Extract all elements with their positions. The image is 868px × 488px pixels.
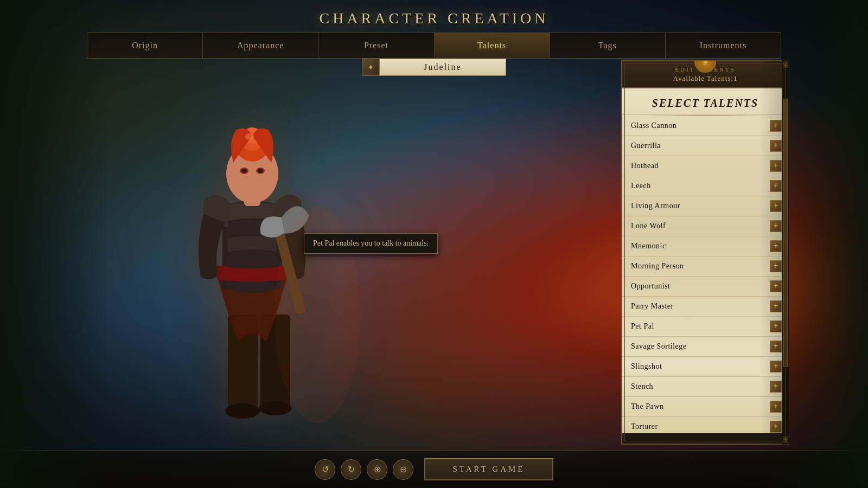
talent-name-savage-sortilege: Savage Sortilege [631, 342, 686, 351]
svg-point-15 [245, 133, 254, 140]
talent-name-stench: Stench [631, 382, 653, 391]
navigation-tabs: OriginAppearancePresetTalentsTagsInstrum… [87, 33, 781, 59]
character-name-input[interactable] [379, 59, 506, 76]
talent-name-parry-master: Parry Master [631, 302, 674, 311]
camera-zoom-in-button[interactable]: ⊕ [367, 459, 387, 480]
tab-preset[interactable]: Preset [318, 33, 434, 58]
start-game-button[interactable]: START GAME [424, 458, 553, 480]
tab-appearance[interactable]: Appearance [203, 33, 318, 58]
talent-name-leech: Leech [631, 182, 651, 190]
talent-name-living-armour: Living Armour [631, 202, 680, 210]
talent-name-mnemonic: Mnemonic [631, 242, 666, 251]
svg-point-11 [258, 169, 263, 173]
name-section: ♦ [362, 59, 506, 76]
talent-name-guerrilla: Guerrilla [631, 142, 661, 150]
svg-point-10 [241, 169, 247, 173]
tab-instruments[interactable]: Instruments [666, 33, 781, 58]
talent-name-lone-wolf: Lone Wolf [631, 222, 666, 230]
talent-name-torturer: Torturer [631, 422, 658, 431]
talent-name-the-pawn: The Pawn [631, 402, 663, 411]
svg-point-16 [274, 206, 361, 423]
character-viewport [54, 65, 461, 434]
camera-rotate-left-button[interactable]: ↺ [315, 459, 335, 480]
character-svg [144, 98, 361, 423]
tab-tags[interactable]: Tags [550, 33, 666, 58]
talent-name-pet-pal: Pet Pal [631, 322, 654, 331]
name-icon: ♦ [362, 59, 379, 76]
talent-name-hothead: Hothead [631, 162, 659, 170]
bottom-bar: ↺↻⊕⊖ START GAME [0, 450, 868, 488]
talent-name-morning-person: Morning Person [631, 262, 684, 271]
svg-point-3 [225, 403, 260, 419]
talent-name-opportunist: Opportunist [631, 282, 670, 291]
svg-point-4 [259, 401, 291, 415]
character-figure [144, 98, 372, 434]
talent-name-glass-cannon: Glass Cannon [631, 121, 676, 130]
forest-right-deco [760, 0, 868, 488]
camera-zoom-out-button[interactable]: ⊖ [393, 459, 413, 480]
camera-rotate-right-button[interactable]: ↻ [341, 459, 361, 480]
talent-name-slingshot: Slingshot [631, 362, 662, 371]
tab-origin[interactable]: Origin [87, 33, 203, 58]
tab-talents[interactable]: Talents [435, 33, 550, 58]
camera-controls: ↺↻⊕⊖ [315, 459, 413, 480]
